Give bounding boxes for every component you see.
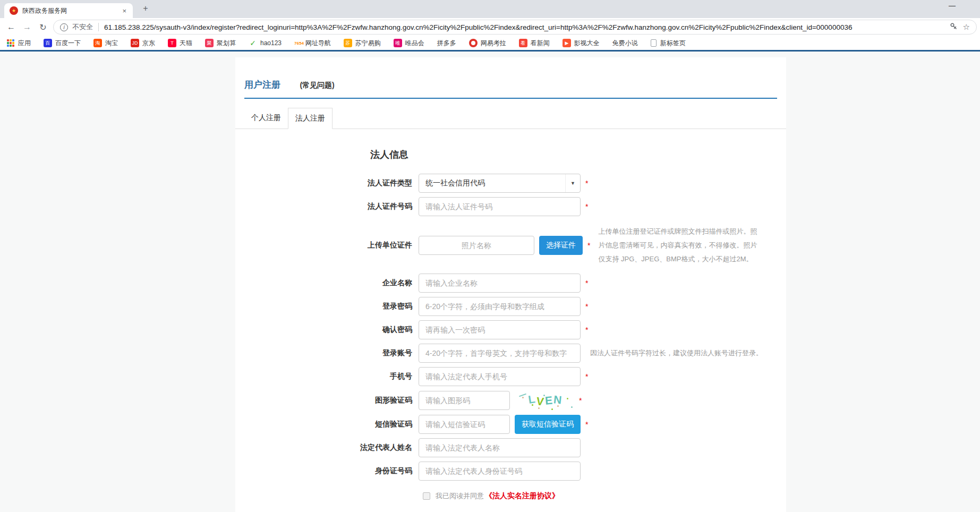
bookmark-item[interactable]: 淘淘宝 xyxy=(93,39,118,48)
agreement-link[interactable]: 《法人实名注册协议》 xyxy=(485,491,559,501)
required-marker: * xyxy=(585,179,588,187)
back-icon[interactable]: ← xyxy=(3,22,19,32)
browser-chrome: ★ 陕西政务服务网 × + — ← → ↻ i 不安全 61.185.238.2… xyxy=(0,0,980,52)
bookmark-item[interactable]: 应用 xyxy=(6,39,31,48)
tab-legal-register[interactable]: 法人注册 xyxy=(288,108,333,129)
bookmark-item[interactable]: 苏苏宁易购 xyxy=(344,39,381,48)
get-sms-code-button[interactable]: 获取短信验证码 xyxy=(515,415,581,434)
register-tabs: 个人注册 法人注册 xyxy=(235,107,786,129)
required-marker: * xyxy=(579,396,582,405)
bookmarks-bar: 应用百百度一下淘淘宝JD京东T天猫聚聚划算✓hao1237654网址导航苏苏宁易… xyxy=(0,36,980,50)
bookmark-favicon-icon xyxy=(469,39,478,47)
bookmark-favicon-icon: 聚 xyxy=(205,39,214,47)
required-marker: * xyxy=(585,279,588,287)
captcha-letter: N xyxy=(553,393,564,407)
url-text[interactable]: 61.185.238.225/sysauth-v3/index/register… xyxy=(104,23,945,31)
field-label: 法定代表人姓名 xyxy=(235,443,419,453)
upload-filename-input[interactable] xyxy=(419,236,534,255)
agreement-row: 我已阅读并同意 《法人实名注册协议》 xyxy=(423,491,786,501)
browser-tab[interactable]: ★ 陕西政务服务网 × xyxy=(4,3,133,18)
account-help-text: 因法人证件号码字符过长，建议使用法人账号进行登录。 xyxy=(590,348,763,358)
form-row-cert-type: 法人证件类型 统一社会信用代码 ▼ * xyxy=(235,174,786,193)
bookmark-label: 拼多多 xyxy=(437,39,456,48)
bookmark-label: 看新闻 xyxy=(531,39,550,48)
bookmark-favicon-icon xyxy=(6,39,15,47)
bookmark-item[interactable]: 新标签页 xyxy=(651,39,686,48)
field-label: 确认密码 xyxy=(235,325,419,335)
bookmark-item[interactable]: 7654网址导航 xyxy=(294,39,331,48)
window-minimize-button[interactable]: — xyxy=(949,2,956,10)
captcha-input[interactable] xyxy=(419,391,510,410)
bookmark-item[interactable]: 网易考拉 xyxy=(469,39,506,48)
field-label: 图形验证码 xyxy=(235,396,419,405)
bookmark-favicon-icon: T xyxy=(168,39,176,47)
field-label: 登录密码 xyxy=(235,302,419,311)
bookmark-favicon-icon: 苏 xyxy=(344,39,352,47)
legal-cert-number-input[interactable] xyxy=(419,197,581,216)
required-marker: * xyxy=(585,302,588,311)
bookmark-label: 天猫 xyxy=(180,39,192,48)
legal-rep-name-input[interactable] xyxy=(419,438,581,457)
bookmark-item[interactable]: 百百度一下 xyxy=(44,39,81,48)
faq-link[interactable]: (常见问题) xyxy=(300,81,334,90)
form-row-company-name: 企业名称 * xyxy=(235,274,786,293)
bookmark-item[interactable]: T天猫 xyxy=(168,39,192,48)
chevron-down-icon: ▼ xyxy=(565,174,580,192)
field-label: 手机号 xyxy=(235,372,419,381)
required-marker: * xyxy=(585,372,588,381)
bookmark-star-icon[interactable]: ☆ xyxy=(963,22,970,32)
field-label: 企业名称 xyxy=(235,278,419,288)
tab-close-icon[interactable]: × xyxy=(121,7,127,15)
form-row-upload-cert: 上传单位证件 选择证件 * 上传单位注册登记证件或牌照文件扫描件或照片。照片信息… xyxy=(235,225,786,266)
company-name-input[interactable] xyxy=(419,274,581,293)
form-row-password: 登录密码 * xyxy=(235,297,786,316)
sms-code-input[interactable] xyxy=(419,415,510,434)
form-row-id-number: 身份证号码 xyxy=(235,462,786,481)
bookmark-label: 聚划算 xyxy=(217,39,236,48)
bookmark-item[interactable]: 免费小说 xyxy=(612,39,638,48)
page-title: 用户注册 xyxy=(244,79,280,91)
bookmark-item[interactable]: 看看新闻 xyxy=(519,39,550,48)
bookmark-item[interactable]: ▶影视大全 xyxy=(563,39,600,48)
phone-input[interactable] xyxy=(419,367,581,386)
captcha-image[interactable]: LVEN xyxy=(517,390,574,411)
confirm-password-input[interactable] xyxy=(419,320,581,339)
password-key-icon[interactable] xyxy=(950,22,958,32)
bookmark-favicon-icon: ▶ xyxy=(563,39,571,47)
form-row-cert-number: 法人证件号码 * xyxy=(235,197,786,216)
bookmark-favicon-icon: 淘 xyxy=(93,39,102,47)
choose-cert-button[interactable]: 选择证件 xyxy=(539,236,583,255)
form-row-account: 登录账号 因法人证件号码字符过长，建议使用法人账号进行登录。 xyxy=(235,344,786,363)
captcha-letter: V xyxy=(535,395,546,408)
id-number-input[interactable] xyxy=(419,462,581,481)
bookmark-favicon-icon: JD xyxy=(131,39,139,47)
tab-personal-register[interactable]: 个人注册 xyxy=(244,108,288,129)
security-label: 不安全 xyxy=(72,22,93,32)
form-row-legal-rep-name: 法定代表人姓名 xyxy=(235,438,786,457)
bookmark-item[interactable]: JD京东 xyxy=(131,39,155,48)
account-input[interactable] xyxy=(419,344,581,363)
legal-cert-type-select[interactable]: 统一社会信用代码 ▼ xyxy=(419,174,581,193)
bookmark-item[interactable]: 拼多多 xyxy=(437,39,456,48)
required-marker: * xyxy=(587,241,590,250)
registration-card: 用户注册 (常见问题) 个人注册 法人注册 法人信息 法人证件类型 统一社会信用… xyxy=(235,57,786,512)
reload-icon[interactable]: ↻ xyxy=(35,22,51,32)
bookmark-label: 苏宁易购 xyxy=(355,39,381,48)
new-tab-button[interactable]: + xyxy=(139,4,152,13)
form-row-phone: 手机号 * xyxy=(235,367,786,386)
security-info-icon[interactable]: i xyxy=(60,23,68,31)
bookmark-label: 网易考拉 xyxy=(481,39,506,48)
bookmark-item[interactable]: ✓hao123 xyxy=(249,39,282,47)
bookmark-item[interactable]: 聚聚划算 xyxy=(205,39,236,48)
form-row-confirm-password: 确认密码 * xyxy=(235,320,786,339)
field-label: 法人证件类型 xyxy=(235,178,419,188)
address-bar[interactable]: i 不安全 61.185.238.225/sysauth-v3/index/re… xyxy=(53,20,977,35)
bookmark-item[interactable]: 唯唯品会 xyxy=(394,39,424,48)
password-input[interactable] xyxy=(419,297,581,316)
form-row-sms-code: 短信验证码 获取短信验证码 * xyxy=(235,415,786,434)
field-label: 短信验证码 xyxy=(235,420,419,429)
forward-icon[interactable]: → xyxy=(19,22,35,32)
agreement-checkbox[interactable] xyxy=(423,492,430,500)
upload-help-text: 上传单位注册登记证件或牌照文件扫描件或照片。照片信息需清晰可见，内容真实有效，不… xyxy=(598,225,759,266)
bookmark-label: 唯品会 xyxy=(405,39,424,48)
